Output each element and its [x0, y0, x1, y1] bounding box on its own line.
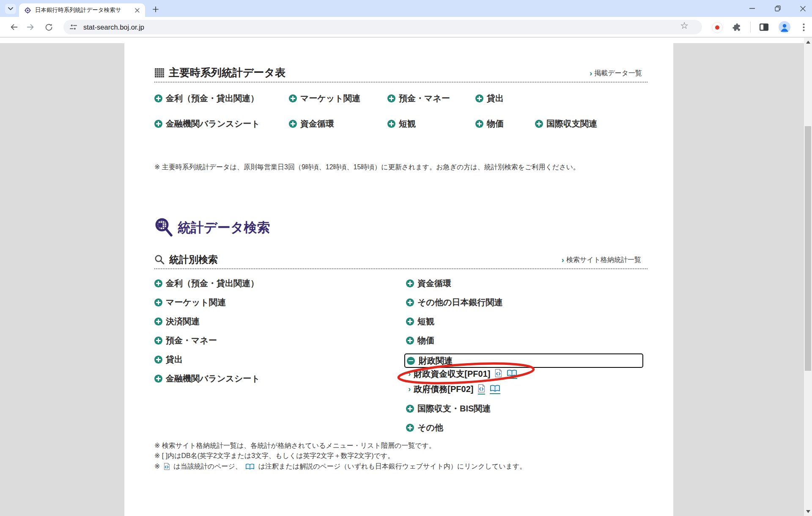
stat-link[interactable]: その他の日本銀行関連	[406, 297, 502, 308]
plus-icon	[154, 337, 162, 345]
side-panel-button[interactable]	[759, 22, 769, 32]
url-text: stat-search.boj.or.jp	[83, 23, 144, 31]
chevron-down-icon	[8, 7, 13, 11]
grid-magnifier-icon	[155, 218, 173, 237]
divider-dotted	[154, 82, 647, 83]
reload-button[interactable]	[44, 22, 54, 32]
window-close-button[interactable]	[793, 0, 812, 17]
plus-icon	[154, 94, 162, 102]
section-title: 統計データ検索	[178, 219, 270, 237]
puzzle-icon	[732, 22, 742, 32]
stat-link[interactable]: 預金・マネー	[154, 335, 217, 346]
forward-arrow-icon	[26, 22, 35, 32]
stat-link[interactable]: マーケット関連	[289, 93, 387, 104]
plus-icon	[406, 279, 414, 287]
close-icon	[800, 6, 806, 11]
search-icon	[154, 254, 165, 265]
stat-link[interactable]: その他	[406, 422, 443, 433]
data-list-link-label: 掲載データ一覧	[594, 69, 642, 78]
stat-link[interactable]: 資金循環	[406, 278, 451, 289]
bookmark-star-icon[interactable]: ☆	[680, 21, 689, 30]
stat-link[interactable]: 物価	[475, 118, 535, 130]
browser-window: 日本銀行時系列統計データ検索サ	[0, 0, 812, 516]
main-data-row-2: 金融機関バランスシート 資金循環 短観 物価 国際収支関連	[154, 118, 597, 129]
stat-link-fiscal-expanded[interactable]: 財政関連	[404, 353, 643, 368]
stat-link[interactable]: 短観	[406, 316, 434, 327]
plus-icon	[289, 120, 297, 128]
scroll-up-button[interactable]	[804, 39, 812, 46]
back-arrow-icon	[9, 22, 19, 32]
stat-link[interactable]: 金利（預金・貸出関連）	[154, 278, 259, 289]
stored-stats-list-link[interactable]: › 検索サイト格納統計一覧	[562, 256, 641, 265]
plus-icon	[406, 405, 414, 413]
menu-button[interactable]	[798, 22, 809, 32]
stat-page-link[interactable]	[478, 384, 485, 395]
profile-avatar[interactable]	[779, 21, 790, 33]
window-minimize-button[interactable]	[742, 0, 762, 17]
footnote: ※ [ ]内はDB名(英字2文字または3文字、もしくは英字2文字＋数字2文字)で…	[154, 452, 394, 461]
plus-icon	[154, 375, 162, 383]
stat-link[interactable]: 国際収支・BIS関連	[406, 403, 491, 414]
scroll-down-button[interactable]	[804, 508, 812, 515]
plus-icon	[406, 337, 414, 345]
stat-link[interactable]: マーケット関連	[154, 297, 226, 308]
tab-close-icon[interactable]	[134, 7, 141, 14]
footnote-icons: ※ は当該統計のページ、 は注釈または解説のページ（いずれも日本銀行ウェブサイト…	[154, 462, 526, 471]
content-column: 主要時系列統計データ表 › 掲載データ一覧 金利（預金・貸出関連） マーケット関…	[124, 38, 673, 516]
data-list-link[interactable]: › 掲載データ一覧	[590, 69, 642, 78]
window-restore-button[interactable]	[768, 0, 787, 17]
reload-icon	[44, 23, 53, 32]
divider-dotted	[154, 268, 647, 269]
main-data-row-1: 金利（預金・貸出関連） マーケット関連 預金・マネー 貸出	[154, 93, 535, 104]
extensions-button[interactable]	[732, 22, 742, 32]
stat-notes-link[interactable]	[507, 369, 517, 379]
stat-link[interactable]: 金融機関バランスシート	[154, 118, 289, 130]
stat-page-icon	[495, 369, 502, 378]
stat-link[interactable]: 短観	[387, 118, 475, 130]
book-icon	[245, 463, 255, 470]
chevron-right-icon: ›	[408, 385, 411, 393]
back-button[interactable]	[9, 22, 19, 32]
stat-link[interactable]: 金融機関バランスシート	[154, 373, 260, 384]
sub-link-pf01[interactable]: › 財政資金収支[PF01]	[408, 368, 517, 380]
stat-link[interactable]: 貸出	[475, 93, 535, 104]
tab-strip: 日本銀行時系列統計データ検索サ	[0, 0, 812, 17]
stat-page-link[interactable]	[495, 369, 502, 379]
stat-link[interactable]: 物価	[406, 335, 434, 346]
vertical-scrollbar[interactable]	[804, 38, 812, 516]
triangle-up-icon	[806, 41, 810, 44]
forward-button[interactable]	[25, 22, 36, 32]
search-section-header: 統計データ検索	[155, 218, 270, 237]
minus-icon	[407, 357, 415, 365]
book-icon	[490, 384, 500, 392]
stat-link[interactable]: 資金循環	[289, 118, 387, 130]
stat-link[interactable]: 貸出	[154, 354, 183, 365]
stat-link[interactable]: 金利（預金・貸出関連）	[154, 93, 289, 104]
scrollbar-thumb[interactable]	[805, 126, 811, 371]
recorder-extension-icon[interactable]	[712, 22, 723, 33]
plus-icon	[475, 120, 483, 128]
stat-link[interactable]: 預金・マネー	[387, 93, 475, 104]
stat-link[interactable]: 国際収支関連	[535, 118, 597, 130]
address-bar[interactable]: stat-search.boj.or.jp	[63, 20, 702, 34]
chevron-right-icon: ›	[590, 69, 592, 77]
plus-icon	[475, 94, 483, 102]
chevron-right-icon: ›	[408, 370, 411, 378]
person-icon	[779, 21, 790, 33]
plus-icon	[535, 120, 543, 128]
plus-icon	[154, 120, 162, 128]
chevron-right-icon: ›	[562, 256, 564, 264]
site-info-icon	[69, 23, 77, 31]
toolbar-separator	[750, 22, 751, 33]
restore-icon	[775, 6, 781, 11]
new-tab-button[interactable]	[150, 4, 161, 15]
active-tab[interactable]: 日本銀行時系列統計データ検索サ	[19, 3, 145, 17]
sub-link-pf02[interactable]: › 政府債務[PF02]	[408, 384, 500, 395]
stat-notes-link[interactable]	[490, 384, 500, 394]
plus-icon	[153, 6, 159, 12]
tab-search-button[interactable]	[5, 4, 16, 14]
tab-title: 日本銀行時系列統計データ検索サ	[35, 6, 131, 14]
stat-link[interactable]: 決済関連	[154, 316, 200, 327]
plus-icon	[406, 424, 414, 432]
plus-icon	[154, 298, 162, 306]
